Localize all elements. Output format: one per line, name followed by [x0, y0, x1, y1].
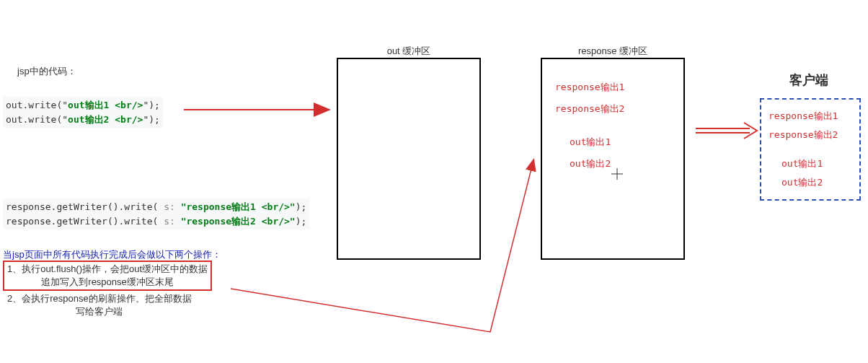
code-str: "response输出2 <br/>" — [181, 216, 296, 227]
resp-line2: response输出2 — [555, 102, 683, 115]
code-line-2: response.getWriter().write( s: "response… — [6, 214, 306, 229]
response-buffer-title: response 缓冲区 — [541, 45, 685, 58]
note-intro: 当jsp页面中所有代码执行完成后会做以下两个操作： — [3, 248, 221, 261]
client-line1: response输出1 — [769, 110, 852, 123]
section-title: jsp中的代码： — [17, 65, 76, 78]
note-2-line1: 2、会执行response的刷新操作。把全部数据 — [7, 292, 192, 305]
code-str: out输出1 <br/> — [68, 100, 143, 110]
code-txt: out.write(" — [6, 100, 68, 110]
resp-line1: response输出1 — [555, 81, 683, 94]
cursor-cross-icon — [611, 168, 623, 180]
note-1-box: 1、执行out.flush()操作，会把out缓冲区中的数据 追加写入到resp… — [3, 261, 212, 291]
note-1-line1: 1、执行out.flush()操作，会把out缓冲区中的数据 — [7, 263, 208, 276]
code-txt: "); — [143, 100, 159, 110]
client-title: 客户端 — [789, 71, 828, 89]
out-buffer-title: out 缓冲区 — [337, 45, 481, 58]
code-str: out输出2 <br/> — [68, 114, 143, 125]
note-2-line2: 写给客户端 — [7, 305, 192, 318]
code-txt: out.write(" — [6, 114, 68, 125]
resp-line3: out输出1 — [570, 136, 683, 149]
code-block-out: out.write("out输出1 <br/>"); out.write("ou… — [3, 97, 163, 128]
code-txt: "); — [143, 114, 159, 125]
note-2: 2、会执行response的刷新操作。把全部数据 写给客户端 — [7, 292, 192, 318]
note-1-line2: 追加写入到response缓冲区末尾 — [7, 276, 208, 289]
code-txt: ); — [296, 201, 307, 212]
code-block-response: response.getWriter().write( s: "response… — [3, 198, 309, 229]
client-line2: response输出2 — [769, 128, 852, 141]
code-txt: ); — [296, 216, 307, 227]
code-line-2: out.write("out输出2 <br/>"); — [6, 113, 160, 127]
client-box: response输出1 response输出2 out输出1 out输出2 — [760, 98, 861, 201]
code-hint: s: — [158, 216, 180, 227]
code-line-1: response.getWriter().write( s: "response… — [6, 200, 306, 214]
code-txt: response.getWriter().write( — [6, 201, 158, 212]
resp-line4: out输出2 — [570, 157, 683, 170]
code-str: "response输出1 <br/>" — [181, 201, 296, 212]
client-line4: out输出2 — [781, 176, 852, 189]
response-buffer-box: response输出1 response输出2 out输出1 out输出2 — [541, 58, 685, 260]
client-line3: out输出1 — [781, 157, 852, 170]
code-line-1: out.write("out输出1 <br/>"); — [6, 98, 160, 113]
out-buffer-box — [337, 58, 481, 260]
code-txt: response.getWriter().write( — [6, 216, 158, 227]
code-hint: s: — [158, 201, 180, 212]
